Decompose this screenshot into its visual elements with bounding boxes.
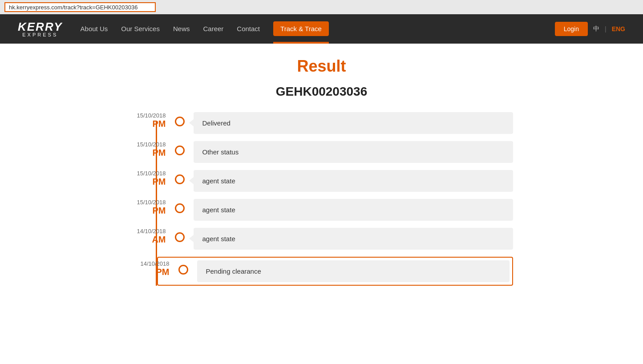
time-text: PM	[134, 267, 170, 277]
logo-kerry: KERRY	[18, 21, 63, 32]
timeline-dot	[175, 174, 185, 184]
nav-item-services[interactable]: Our Services	[121, 25, 160, 33]
date-text: 15/10/2018	[130, 141, 166, 148]
timeline-card-inner: agent state	[202, 177, 504, 185]
timeline-card-inner: Pending clearance	[206, 267, 501, 275]
date-text: 15/10/2018	[130, 170, 166, 177]
main-content: Result GEHK00203036 15/10/2018 PM Delive…	[121, 44, 522, 311]
highlighted-timeline-item: 14/10/2018 PM Pending clearance	[157, 257, 513, 286]
status-label: Other status	[202, 148, 239, 156]
nav-link-contact[interactable]: Contact	[237, 25, 260, 32]
navbar: KERRY EXPRESS About Us Our Services News…	[0, 14, 643, 44]
timeline-card-inner: agent state	[202, 206, 504, 214]
tracking-number: GEHK00203036	[130, 85, 513, 99]
timeline-card-inner: Other status	[202, 148, 504, 156]
lang-zh[interactable]: 中	[593, 25, 599, 33]
timeline-card-inner: agent state	[202, 235, 504, 243]
timeline-item: 15/10/2018 PM Other status	[157, 141, 513, 163]
timeline-card-inner: Delivered	[202, 119, 504, 127]
nav-link-career[interactable]: Career	[203, 25, 223, 32]
timeline-item: 14/10/2018 PM Pending clearance	[161, 260, 510, 282]
timeline-card: Delivered	[194, 112, 513, 134]
timeline-date: 15/10/2018 PM	[130, 112, 175, 129]
timeline-card: agent state	[194, 199, 513, 221]
timeline-dot	[175, 146, 185, 155]
timeline-item: 15/10/2018 PM Delivered	[157, 112, 513, 134]
logo-express: EXPRESS	[18, 32, 63, 37]
timeline-card: agent state	[194, 228, 513, 250]
timeline-dot	[175, 232, 185, 242]
time-text: PM	[130, 177, 166, 187]
address-bar	[0, 0, 643, 14]
status-label: Pending clearance	[206, 267, 261, 275]
timeline-card: Other status	[194, 141, 513, 163]
nav-item-about[interactable]: About Us	[81, 25, 108, 33]
nav-link-news[interactable]: News	[173, 25, 190, 32]
time-text: PM	[130, 148, 166, 158]
navbar-left: KERRY EXPRESS About Us Our Services News…	[18, 21, 329, 37]
nav-item-news[interactable]: News	[173, 25, 190, 33]
timeline: 15/10/2018 PM Delivered 15/10/2018 PM Ot…	[130, 112, 513, 286]
nav-link-about[interactable]: About Us	[81, 25, 108, 32]
timeline-item: 15/10/2018 PM agent state	[157, 170, 513, 192]
time-text: PM	[130, 206, 166, 216]
timeline-date: 15/10/2018 PM	[130, 141, 175, 158]
nav-item-track[interactable]: Track & Trace	[273, 25, 329, 33]
timeline-date: 15/10/2018 PM	[130, 170, 175, 187]
timeline-date: 15/10/2018 PM	[130, 199, 175, 216]
login-button[interactable]: Login	[555, 22, 588, 36]
result-title: Result	[130, 57, 513, 76]
navbar-right: Login 中 | ENG	[555, 22, 625, 36]
timeline-date: 14/10/2018 AM	[130, 228, 175, 245]
time-text: AM	[130, 235, 166, 245]
nav-link-track[interactable]: Track & Trace	[273, 21, 329, 36]
timeline-dot	[175, 203, 185, 213]
status-label: agent state	[202, 235, 235, 243]
lang-en[interactable]: ENG	[612, 25, 625, 32]
date-text: 14/10/2018	[130, 228, 166, 235]
nav-link-services[interactable]: Our Services	[121, 25, 160, 32]
date-text: 14/10/2018	[134, 260, 170, 267]
status-label: Delivered	[202, 119, 231, 127]
timeline-dot	[178, 265, 188, 275]
timeline-card: agent state	[194, 170, 513, 192]
nav-links: About Us Our Services News Career Contac…	[81, 25, 329, 33]
lang-divider: |	[605, 25, 607, 32]
status-label: agent state	[202, 206, 235, 214]
timeline-date: 14/10/2018 PM	[134, 260, 178, 277]
logo[interactable]: KERRY EXPRESS	[18, 21, 63, 37]
url-input[interactable]	[4, 2, 156, 12]
status-label: agent state	[202, 177, 235, 185]
timeline-item: 14/10/2018 AM agent state	[157, 228, 513, 250]
date-text: 15/10/2018	[130, 199, 166, 206]
timeline-card: Pending clearance	[197, 260, 510, 282]
timeline-dot	[175, 117, 185, 126]
nav-item-contact[interactable]: Contact	[237, 25, 260, 33]
time-text: PM	[130, 119, 166, 129]
nav-item-career[interactable]: Career	[203, 25, 223, 33]
date-text: 15/10/2018	[130, 112, 166, 119]
timeline-item: 15/10/2018 PM agent state	[157, 199, 513, 221]
